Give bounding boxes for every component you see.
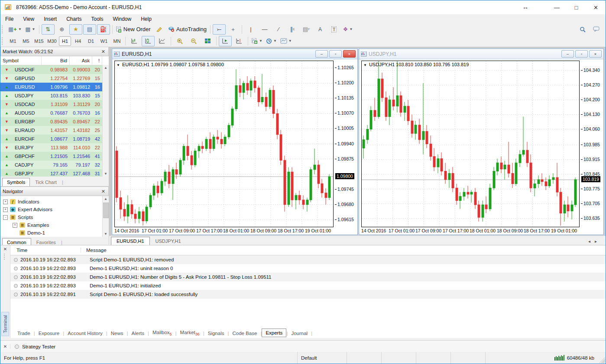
expand-icon[interactable]: + <box>3 207 8 212</box>
terminal-toggle[interactable]: ▤ <box>83 24 96 35</box>
menu-window[interactable]: Window <box>108 15 136 23</box>
market-watch-row-gbpusd[interactable]: ▼GBPUSD1.227541.2276915 <box>0 74 109 83</box>
tile-windows-button[interactable] <box>201 36 214 46</box>
terminal-tab-alerts[interactable]: Alerts <box>128 329 148 337</box>
market-watch-header[interactable]: Market Watch: 05:21:52 ✕ <box>0 47 109 56</box>
navigator-item-indicators[interactable]: +ƒIndicators <box>3 198 109 206</box>
chart-window-titlebar[interactable]: USDJPY,H1–▫× <box>359 49 603 59</box>
scroll-up-icon[interactable]: ▲ <box>104 197 107 201</box>
navigator-item-demo-1[interactable]: ≣Demo-1 <box>3 229 109 237</box>
timeframe-h1-button[interactable]: H1 <box>59 36 71 46</box>
navigator-header[interactable]: Navigator ✕ <box>0 187 109 196</box>
timeframe-m1-button[interactable]: M1 <box>7 36 19 46</box>
col-spread[interactable]: ! <box>92 56 102 65</box>
terminal-log-row[interactable]: 2016.10.19 16:22:02.893Demo-1 EURUSD,H1:… <box>10 281 606 290</box>
market-watch-tab-tick-chart[interactable]: Tick Chart <box>31 178 61 186</box>
chart-restore-button[interactable]: ▫ <box>329 50 342 58</box>
collapse-icon[interactable]: - <box>3 215 8 220</box>
bar-chart-button[interactable] <box>128 36 141 46</box>
chat-button[interactable] <box>590 24 603 35</box>
minimize-button[interactable]: ― <box>547 1 567 14</box>
candlestick-chart-button[interactable] <box>142 36 155 46</box>
market-watch-row-usdjpy[interactable]: ▲USDJPY103.815103.83015 <box>0 91 109 100</box>
new-order-button[interactable]: New Order <box>115 24 152 35</box>
timeframe-d1-button[interactable]: D1 <box>85 36 97 46</box>
market-watch-row-eurchf[interactable]: ▲EURCHF1.086771.0871942 <box>0 135 109 143</box>
periods-button[interactable]: ▼ <box>265 36 278 46</box>
market-watch-row-audusd[interactable]: ▲AUDUSD0.766870.7670316 <box>0 109 109 117</box>
terminal-tab-experts[interactable]: Experts <box>262 329 286 337</box>
strategy-tester-toggle[interactable]: ⛽ <box>97 24 110 35</box>
menu-tools[interactable]: Tools <box>87 15 108 23</box>
scrollbar-thumb[interactable] <box>103 203 109 218</box>
menu-help[interactable]: Help <box>136 15 156 23</box>
terminal-tab-journal[interactable]: Journal <box>288 329 311 337</box>
terminal-log-row[interactable]: 2016.10.19 16:22:02.893Demo-1 EURUSD,H1:… <box>10 264 606 273</box>
timeframe-mn-button[interactable]: MN <box>111 36 123 46</box>
terminal-close-icon[interactable]: ✕ <box>3 245 7 253</box>
status-profile[interactable]: Default <box>298 352 347 364</box>
navigator-close-icon[interactable]: ✕ <box>100 189 107 194</box>
scroll-down-icon[interactable]: ▼ <box>104 172 107 176</box>
chart-menu-arrow-icon[interactable]: ▼ <box>363 63 367 67</box>
timeframe-h4-button[interactable]: H4 <box>72 36 84 46</box>
close-button[interactable]: ✕ <box>586 1 606 14</box>
chart-tab-eurusd-h1[interactable]: EURUSD,H1 <box>111 237 150 245</box>
terminal-grip[interactable] <box>4 254 6 260</box>
navigator-item-scripts[interactable]: -≣Scripts <box>3 213 109 221</box>
col-bid[interactable]: Bid <box>42 56 70 65</box>
market-watch-close-icon[interactable]: ✕ <box>100 49 107 55</box>
chart-tab-usdjpy-h1[interactable]: USDJPY,H1 <box>150 237 186 245</box>
market-watch-toggle[interactable]: ⇅ <box>42 24 55 35</box>
terminal-tab-trade[interactable]: Trade <box>14 329 34 337</box>
line-chart-button[interactable] <box>156 36 169 46</box>
market-watch-row-eurjpy[interactable]: ▼EURJPY113.988114.01022 <box>0 143 109 152</box>
chart-plot-area[interactable] <box>361 61 580 227</box>
chart-menu-arrow-icon[interactable]: ▼ <box>117 63 120 67</box>
terminal-tab-code-base[interactable]: Code Base <box>229 329 260 337</box>
market-watch-scrollbar[interactable]: ▲ ▼ <box>102 65 109 177</box>
market-watch-row-eurgbp[interactable]: ▼EURGBP0.894350.8945722 <box>0 117 109 126</box>
tab-scroll-arrows[interactable]: ◂▸ <box>588 239 601 244</box>
chart-minimize-button[interactable]: – <box>561 50 574 58</box>
crosshair-button[interactable]: ＋ <box>227 24 240 35</box>
col-ask[interactable]: Ask <box>70 56 92 65</box>
templates-button[interactable]: ▼ <box>279 36 293 46</box>
text-button[interactable]: A <box>314 24 327 35</box>
chart-minimize-button[interactable]: – <box>315 50 328 58</box>
col-symbol[interactable]: Symbol <box>0 56 42 65</box>
zoom-in-button[interactable] <box>173 36 186 46</box>
market-watch-row-eurusd[interactable]: ▲EURUSD1.097961.0981216 <box>0 83 109 91</box>
maximize-button[interactable]: □ <box>567 1 586 14</box>
terminal-log-row[interactable]: 2016.10.19 16:22:02.891Script Demo-1 EUR… <box>10 290 606 299</box>
text-label-button[interactable]: T <box>327 24 340 35</box>
scroll-down-icon[interactable]: ▼ <box>104 232 107 236</box>
toolbar-grip[interactable] <box>2 26 5 33</box>
cursor-button[interactable]: ⤚ <box>213 24 226 35</box>
timeframe-m15-button[interactable]: M15 <box>33 36 45 46</box>
equidistant-channel-button[interactable]: ∥E <box>286 24 299 35</box>
market-watch-row-gbpjpy[interactable]: ▲GBPJPY127.437127.46831 <box>0 169 109 177</box>
chart-plot-area[interactable] <box>114 61 334 227</box>
zoom-out-button[interactable] <box>187 36 200 46</box>
col-time[interactable]: Time <box>10 248 81 253</box>
auto-scroll-button[interactable] <box>219 36 232 46</box>
metaeditor-button[interactable] <box>153 24 166 35</box>
chart-restore-button[interactable]: ▫ <box>575 50 588 58</box>
terminal-tab-mailbox[interactable]: Mailbox5 <box>149 329 175 338</box>
market-watch-row-usdcad[interactable]: ▼USDCAD1.311091.3112920 <box>0 100 109 109</box>
market-watch-row-cadjpy[interactable]: ▲CADJPY79.16579.19732 <box>0 161 109 169</box>
navigator-item-examples[interactable]: +≣Examples <box>3 221 109 229</box>
navigator-scrollbar[interactable]: ▲ ▼ <box>102 196 109 237</box>
timeframe-m30-button[interactable]: M30 <box>46 36 58 46</box>
new-chart-button[interactable]: ▦+▼ <box>7 24 23 35</box>
market-watch-row-gbpchf[interactable]: ▲GBPCHF1.215051.2154641 <box>0 152 109 161</box>
terminal-log-row[interactable]: 2016.10.19 16:22:02.893Script Demo-1 EUR… <box>10 255 606 264</box>
timeframe-w1-button[interactable]: W1 <box>98 36 110 46</box>
chart-close-button[interactable]: × <box>589 50 602 58</box>
menu-insert[interactable]: Insert <box>39 15 62 23</box>
toolbar-grip2[interactable] <box>2 37 5 45</box>
col-message[interactable]: Message <box>81 248 107 253</box>
navigator-item-expert-advisors[interactable]: +◆Expert Advisors <box>3 206 109 213</box>
terminal-tab-exposure[interactable]: Exposure <box>35 329 63 337</box>
